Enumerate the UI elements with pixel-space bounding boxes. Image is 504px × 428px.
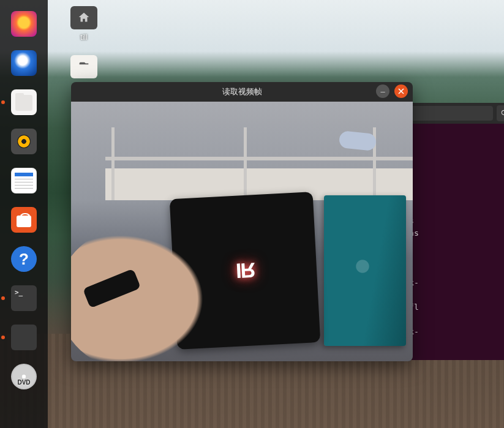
running-indicator (1, 296, 5, 300)
dock: ? DVD (0, 0, 48, 428)
video-frame-content: IR (71, 102, 413, 361)
dock-dvd[interactable]: DVD (9, 361, 39, 392)
tablet-logo-text: IR (236, 260, 255, 282)
files-icon (11, 89, 37, 115)
running-indicator (1, 336, 5, 339)
dock-files[interactable] (9, 87, 39, 118)
dvd-label: DVD (17, 379, 30, 386)
dock-terminal[interactable] (9, 283, 39, 313)
terminal-search-button[interactable] (497, 105, 504, 121)
video-frame-window[interactable]: 读取视频帧 – IR (71, 82, 413, 361)
dock-rhythmbox[interactable] (9, 126, 39, 157)
writer-icon (11, 168, 37, 193)
svg-point-0 (502, 110, 504, 115)
desktop-icons: till (61, 6, 107, 92)
dock-ubuntu-software[interactable] (9, 205, 39, 235)
dock-libreoffice-writer[interactable] (9, 165, 39, 196)
search-icon (500, 109, 504, 118)
help-icon: ? (11, 246, 37, 272)
dock-unknown-app[interactable] (9, 322, 39, 353)
running-indicator (1, 100, 5, 104)
bunk-bed-illustration (105, 127, 413, 200)
thunderbird-icon (11, 50, 37, 76)
desktop-folder-2[interactable] (61, 55, 107, 78)
dock-firefox[interactable] (9, 9, 39, 39)
firefox-icon (11, 11, 37, 37)
close-icon (398, 88, 404, 94)
dvd-icon: DVD (11, 364, 37, 389)
window-title: 读取视频帧 (222, 86, 262, 97)
blank-app-icon (11, 325, 37, 350)
close-button[interactable] (394, 84, 408, 98)
window-controls: – (376, 84, 408, 98)
folder-icon (70, 55, 97, 78)
desktop-icon-label: till (61, 33, 107, 42)
teal-book-illustration (324, 195, 406, 346)
minimize-button[interactable]: – (376, 84, 389, 98)
desktop-folder-till[interactable]: till (61, 6, 107, 42)
window-titlebar[interactable]: 读取视频帧 – (71, 82, 413, 102)
music-icon (11, 129, 37, 154)
dock-help[interactable]: ? (9, 244, 39, 274)
dock-thunderbird[interactable] (9, 48, 39, 78)
home-folder-icon (70, 6, 97, 29)
terminal-icon (11, 285, 37, 311)
software-store-icon (11, 207, 37, 233)
